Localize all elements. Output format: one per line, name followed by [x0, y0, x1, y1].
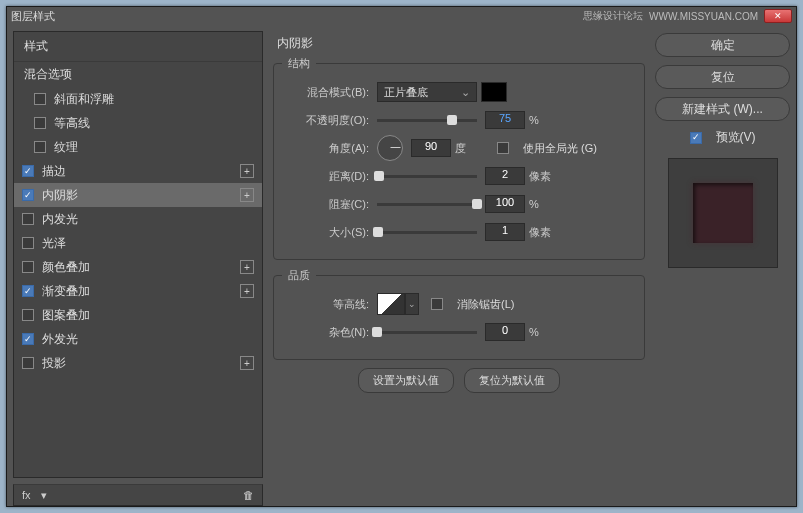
- global-light-label: 使用全局光 (G): [523, 141, 597, 156]
- antialias-checkbox[interactable]: [431, 298, 443, 310]
- style-item-3[interactable]: 描边+: [14, 159, 262, 183]
- right-panel: 确定 复位 新建样式 (W)... 预览(V): [655, 31, 790, 478]
- distance-label: 距离(D):: [282, 169, 377, 184]
- style-label: 等高线: [54, 115, 90, 132]
- style-checkbox[interactable]: [22, 237, 34, 249]
- style-item-5[interactable]: 内发光: [14, 207, 262, 231]
- titlebar: 图层样式 思缘设计论坛 WWW.MISSYUAN.COM ✕: [7, 7, 796, 25]
- add-effect-icon[interactable]: +: [240, 260, 254, 274]
- style-label: 光泽: [42, 235, 66, 252]
- style-item-8[interactable]: 渐变叠加+: [14, 279, 262, 303]
- style-item-7[interactable]: 颜色叠加+: [14, 255, 262, 279]
- noise-input[interactable]: 0: [485, 323, 525, 341]
- style-label: 图案叠加: [42, 307, 90, 324]
- quality-group: 品质 等高线: ⌄ 消除锯齿(L) 杂色(N): 0 %: [273, 268, 645, 360]
- add-effect-icon[interactable]: +: [240, 356, 254, 370]
- size-slider[interactable]: [377, 231, 477, 234]
- noise-slider[interactable]: [377, 331, 477, 334]
- reset-default-button[interactable]: 复位为默认值: [464, 368, 560, 393]
- distance-slider[interactable]: [377, 175, 477, 178]
- preview-checkbox[interactable]: [690, 132, 702, 144]
- style-checkbox[interactable]: [34, 117, 46, 129]
- style-label: 纹理: [54, 139, 78, 156]
- style-label: 斜面和浮雕: [54, 91, 114, 108]
- style-item-9[interactable]: 图案叠加: [14, 303, 262, 327]
- antialias-label: 消除锯齿(L): [457, 297, 514, 312]
- style-checkbox[interactable]: [34, 141, 46, 153]
- style-item-11[interactable]: 投影+: [14, 351, 262, 375]
- style-item-2[interactable]: 纹理: [14, 135, 262, 159]
- style-checkbox[interactable]: [22, 213, 34, 225]
- fx-icon[interactable]: fx: [22, 489, 31, 501]
- style-item-1[interactable]: 等高线: [14, 111, 262, 135]
- angle-label: 角度(A):: [282, 141, 377, 156]
- style-item-6[interactable]: 光泽: [14, 231, 262, 255]
- choke-input[interactable]: 100: [485, 195, 525, 213]
- opacity-input[interactable]: 75: [485, 111, 525, 129]
- angle-input[interactable]: 90: [411, 139, 451, 157]
- chevron-down-icon[interactable]: ▾: [41, 489, 47, 502]
- add-effect-icon[interactable]: +: [240, 284, 254, 298]
- cancel-button[interactable]: 复位: [655, 65, 790, 89]
- shadow-color-swatch[interactable]: [481, 82, 507, 102]
- ok-button[interactable]: 确定: [655, 33, 790, 57]
- style-item-4[interactable]: 内阴影+: [14, 183, 262, 207]
- new-style-button[interactable]: 新建样式 (W)...: [655, 97, 790, 121]
- style-checkbox[interactable]: [34, 93, 46, 105]
- size-label: 大小(S):: [282, 225, 377, 240]
- forum-url: WWW.MISSYUAN.COM: [649, 11, 758, 22]
- blend-options-header[interactable]: 混合选项: [14, 61, 262, 87]
- opacity-label: 不透明度(O):: [282, 113, 377, 128]
- section-title: 内阴影: [273, 35, 645, 52]
- contour-picker[interactable]: [377, 293, 405, 315]
- footer-bar: fx ▾ 🗑: [13, 484, 263, 506]
- style-label: 内发光: [42, 211, 78, 228]
- structure-legend: 结构: [282, 56, 316, 71]
- structure-group: 结构 混合模式(B): 正片叠底 不透明度(O): 75 % 角度(A): 90: [273, 56, 645, 260]
- add-effect-icon[interactable]: +: [240, 164, 254, 178]
- contour-dropdown[interactable]: ⌄: [405, 293, 419, 315]
- preview-label: 预览(V): [716, 129, 756, 146]
- blend-mode-select[interactable]: 正片叠底: [377, 82, 477, 102]
- style-label: 外发光: [42, 331, 78, 348]
- style-checkbox[interactable]: [22, 357, 34, 369]
- choke-label: 阻塞(C):: [282, 197, 377, 212]
- make-default-button[interactable]: 设置为默认值: [358, 368, 454, 393]
- styles-header[interactable]: 样式: [14, 32, 262, 61]
- style-checkbox[interactable]: [22, 333, 34, 345]
- style-item-10[interactable]: 外发光: [14, 327, 262, 351]
- quality-legend: 品质: [282, 268, 316, 283]
- size-input[interactable]: 1: [485, 223, 525, 241]
- style-label: 颜色叠加: [42, 259, 90, 276]
- preview-box: [668, 158, 778, 268]
- style-checkbox[interactable]: [22, 261, 34, 273]
- noise-label: 杂色(N):: [282, 325, 377, 340]
- opacity-slider[interactable]: [377, 119, 477, 122]
- style-checkbox[interactable]: [22, 285, 34, 297]
- style-label: 内阴影: [42, 187, 78, 204]
- styles-panel: 样式 混合选项 斜面和浮雕等高线纹理描边+内阴影+内发光光泽颜色叠加+渐变叠加+…: [13, 31, 263, 478]
- style-checkbox[interactable]: [22, 165, 34, 177]
- preview-swatch: [693, 183, 753, 243]
- close-button[interactable]: ✕: [764, 9, 792, 23]
- add-effect-icon[interactable]: +: [240, 188, 254, 202]
- style-label: 描边: [42, 163, 66, 180]
- distance-input[interactable]: 2: [485, 167, 525, 185]
- trash-icon[interactable]: 🗑: [243, 489, 254, 501]
- forum-name: 思缘设计论坛: [583, 9, 643, 23]
- global-light-checkbox[interactable]: [497, 142, 509, 154]
- choke-slider[interactable]: [377, 203, 477, 206]
- style-checkbox[interactable]: [22, 189, 34, 201]
- settings-panel: 内阴影 结构 混合模式(B): 正片叠底 不透明度(O): 75 % 角度(A)…: [269, 31, 649, 478]
- angle-dial[interactable]: [377, 135, 403, 161]
- style-label: 投影: [42, 355, 66, 372]
- style-checkbox[interactable]: [22, 309, 34, 321]
- contour-label: 等高线:: [282, 297, 377, 312]
- window-title: 图层样式: [11, 9, 55, 24]
- style-label: 渐变叠加: [42, 283, 90, 300]
- style-item-0[interactable]: 斜面和浮雕: [14, 87, 262, 111]
- blend-mode-label: 混合模式(B):: [282, 85, 377, 100]
